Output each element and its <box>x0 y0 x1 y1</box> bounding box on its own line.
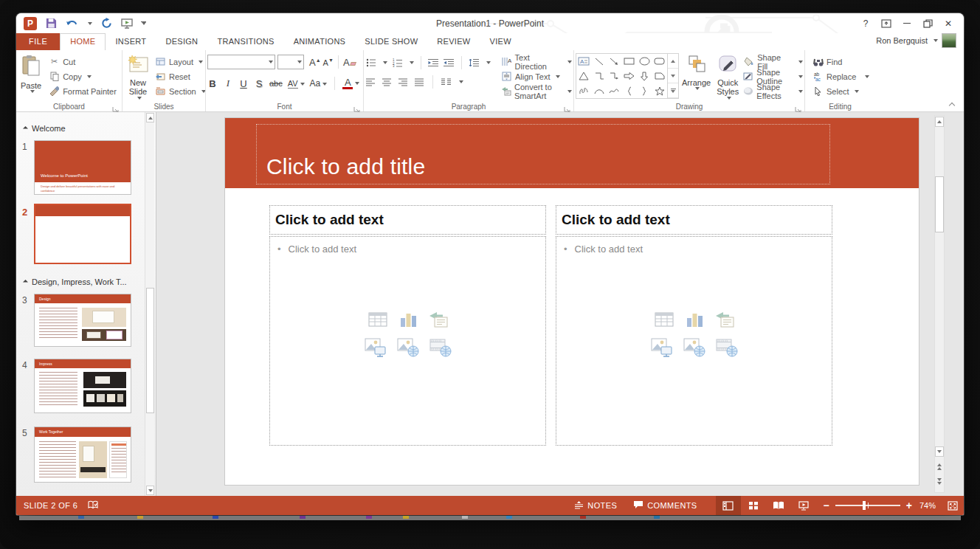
minimize-button[interactable] <box>897 16 917 31</box>
copy-button[interactable]: Copy <box>49 70 117 83</box>
paragraph-dialog-launcher[interactable] <box>564 103 571 110</box>
text-shadow-button[interactable]: S <box>254 78 264 89</box>
text-direction-button[interactable]: A Text Direction <box>501 55 572 68</box>
tab-design[interactable]: DESIGN <box>156 33 207 50</box>
insert-chart-icon[interactable] <box>685 311 704 331</box>
shapes-gallery-more[interactable] <box>668 83 678 98</box>
strikethrough-button[interactable]: abc <box>269 79 283 88</box>
underline-button[interactable]: U <box>238 78 249 89</box>
insert-smartart-icon[interactable] <box>428 311 449 331</box>
thumbnail-scroll-down[interactable] <box>146 486 154 495</box>
normal-view-button[interactable] <box>716 496 741 515</box>
scroll-down-button[interactable] <box>935 446 944 457</box>
line-spacing-button[interactable] <box>469 58 480 68</box>
zoom-in-button[interactable]: + <box>906 500 912 511</box>
left-heading-placeholder[interactable]: Click to add text <box>269 205 546 235</box>
shape-fill-button[interactable]: Shape Fill <box>743 55 803 68</box>
undo-button[interactable] <box>65 17 78 30</box>
tab-home[interactable]: HOME <box>60 33 106 50</box>
next-slide-button[interactable] <box>935 476 944 486</box>
right-heading-placeholder[interactable]: Click to add text <box>556 205 832 235</box>
shape-rectangle[interactable] <box>622 54 638 69</box>
shape-line[interactable] <box>592 54 607 69</box>
justify-button[interactable] <box>414 77 425 87</box>
shapes-scroll-up[interactable] <box>668 54 678 69</box>
font-color-caret[interactable] <box>355 82 359 85</box>
shape-star[interactable] <box>652 83 668 98</box>
clipboard-dialog-launcher[interactable] <box>112 103 120 110</box>
align-text-button[interactable]: Align Text <box>501 70 572 83</box>
shapes-scroll-down[interactable] <box>668 69 678 83</box>
replace-button[interactable]: abac Replace <box>812 70 869 83</box>
shape-triangle[interactable] <box>576 69 592 83</box>
undo-dropdown-caret[interactable] <box>88 22 92 25</box>
powerpoint-logo-icon[interactable]: P <box>24 17 37 30</box>
zoom-level[interactable]: 74% <box>919 501 942 510</box>
shape-arrow[interactable] <box>607 54 622 69</box>
insert-smartart-icon[interactable] <box>714 311 735 331</box>
zoom-slider[interactable] <box>835 505 900 506</box>
tab-view[interactable]: VIEW <box>480 33 521 50</box>
italic-button[interactable]: I <box>223 77 233 89</box>
change-case-button[interactable]: Aa <box>310 78 328 89</box>
slide-5-thumbnail[interactable]: Work Together <box>34 427 131 483</box>
reset-button[interactable]: Reset <box>155 70 206 83</box>
scroll-up-button[interactable] <box>935 117 944 127</box>
shape-elbow-arrow-connector[interactable] <box>607 69 622 83</box>
shape-text-box[interactable]: A <box>576 54 592 69</box>
shape-down-arrow[interactable] <box>637 69 652 83</box>
tab-transitions[interactable]: TRANSITIONS <box>207 33 283 50</box>
section-collapse-icon[interactable] <box>23 125 28 131</box>
section-collapse-icon[interactable] <box>23 279 28 284</box>
slide-editing-canvas[interactable]: Click to add title Click to add text •Cl… <box>225 118 919 485</box>
fit-slide-to-window-button[interactable] <box>942 496 964 515</box>
convert-to-smartart-button[interactable]: Convert to SmartArt <box>501 85 572 97</box>
collapse-ribbon-button[interactable] <box>948 102 956 109</box>
line-spacing-caret[interactable] <box>486 61 491 64</box>
grow-font-button[interactable]: A▲ <box>309 57 321 68</box>
insert-online-pictures-icon[interactable] <box>397 338 419 360</box>
shape-scribble[interactable] <box>576 83 592 98</box>
find-button[interactable]: Find <box>812 55 869 68</box>
insert-table-icon[interactable] <box>368 311 388 331</box>
slide-sorter-view-button[interactable] <box>741 496 766 515</box>
align-right-button[interactable] <box>398 77 409 87</box>
previous-slide-button[interactable] <box>935 461 944 472</box>
columns-caret[interactable] <box>459 80 463 83</box>
shape-effects-button[interactable]: Shape Effects <box>743 85 803 97</box>
layout-button[interactable]: Layout <box>155 55 206 68</box>
close-button[interactable]: ✕ <box>939 16 958 31</box>
section-button[interactable]: Section <box>155 85 206 97</box>
section-header-design[interactable]: Design, Impress, Work T... <box>24 277 127 286</box>
paste-button[interactable]: Paste <box>18 53 44 94</box>
numbering-caret[interactable] <box>410 61 414 64</box>
insert-video-icon[interactable] <box>429 338 452 360</box>
font-color-button[interactable]: A <box>342 77 353 89</box>
user-avatar[interactable] <box>942 33 956 48</box>
repeat-button[interactable] <box>100 17 113 30</box>
select-button[interactable]: Select <box>812 85 869 97</box>
title-placeholder[interactable]: Click to add title <box>256 124 830 184</box>
font-size-combobox[interactable] <box>277 55 304 69</box>
bullets-caret[interactable] <box>383 61 387 64</box>
insert-picture-icon[interactable] <box>365 338 387 360</box>
ribbon-display-options-button[interactable] <box>877 16 896 31</box>
increase-indent-button[interactable] <box>444 58 455 68</box>
main-scrollbar[interactable] <box>934 115 945 493</box>
align-left-button[interactable] <box>365 77 376 87</box>
shape-right-arrow[interactable] <box>622 69 638 83</box>
insert-video-icon[interactable] <box>716 338 738 360</box>
bullets-button[interactable] <box>365 58 376 68</box>
save-button[interactable] <box>44 17 58 30</box>
columns-button[interactable] <box>441 77 452 87</box>
insert-table-icon[interactable] <box>654 311 674 331</box>
tab-slide-show[interactable]: SLIDE SHOW <box>355 33 427 50</box>
format-painter-button[interactable]: Format Painter <box>49 85 117 97</box>
arrange-button[interactable]: Arrange <box>679 53 714 92</box>
slide-2-thumbnail-selected[interactable] <box>34 204 131 264</box>
font-name-combobox[interactable] <box>207 55 275 69</box>
shrink-font-button[interactable]: A▼ <box>323 58 334 67</box>
cut-button[interactable]: ✂ Cut <box>49 55 117 68</box>
start-slideshow-from-beginning-button[interactable] <box>120 17 134 30</box>
notes-toggle-button[interactable]: NOTES <box>566 496 625 515</box>
